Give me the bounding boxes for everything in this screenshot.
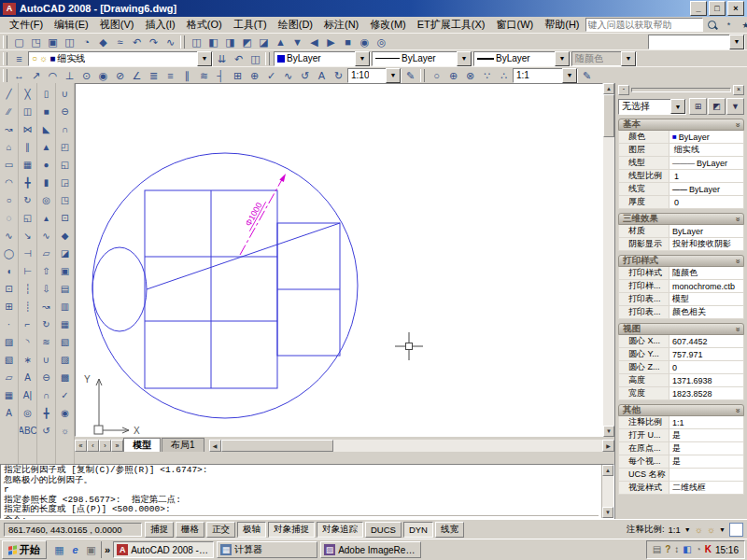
menu-item[interactable]: 编辑(E)	[49, 17, 94, 33]
task-calculator[interactable]: ▦ 计算器	[217, 541, 317, 558]
menu-item[interactable]: 帮助(H)	[539, 17, 585, 33]
shell-icon[interactable]: ▩	[57, 369, 74, 386]
annotation-scale-value[interactable]: 1:1	[669, 525, 681, 535]
tab-last-icon[interactable]: »	[111, 440, 123, 452]
property-row[interactable]: 打印表... 颜色相关	[618, 306, 744, 319]
plot-icon[interactable]: ◫	[62, 35, 78, 49]
front-view-icon[interactable]: ■	[340, 35, 356, 49]
stretch-icon[interactable]: ↘	[20, 227, 36, 245]
make-block-icon[interactable]: ⊞	[1, 298, 18, 315]
scroll-down-icon[interactable]: ▼	[602, 507, 613, 518]
extend-icon[interactable]: ⊢	[20, 262, 36, 280]
property-row[interactable]: 材质 ByLayer	[618, 225, 744, 238]
property-row[interactable]: 圆心 Z... 0	[618, 361, 744, 374]
copy-edges-icon[interactable]: ▤	[57, 280, 74, 298]
antivirus-tray-icon[interactable]: K	[705, 545, 712, 554]
menu-item[interactable]: 插入(I)	[139, 17, 180, 33]
quick-launch-more-icon[interactable]: »	[105, 544, 110, 555]
bottom-view-icon[interactable]: ▼	[289, 35, 305, 49]
match-properties-icon[interactable]: ≈	[112, 35, 128, 49]
toggle-ortho[interactable]: 正交	[206, 522, 235, 538]
network-tray-icon[interactable]: ◧	[683, 545, 691, 554]
collapse-tray-icon[interactable]: ↕	[674, 545, 679, 554]
layer-combo[interactable]: ○ ☼ ■ 细实线 ▼	[28, 51, 213, 66]
menu-item[interactable]: 绘图(D)	[273, 17, 318, 33]
delete-faces-icon[interactable]: ◳	[57, 191, 74, 209]
property-row[interactable]: 宽度 1823.8528	[618, 387, 744, 400]
named-view-combo[interactable]: ▼	[648, 35, 745, 49]
sweep-icon[interactable]: ↝	[38, 298, 55, 315]
sync-tray-icon[interactable]: ◔	[696, 545, 701, 554]
property-row[interactable]: 圆心 Y... 757.971	[618, 348, 744, 361]
close-button[interactable]: ×	[727, 1, 744, 16]
toggle-snap[interactable]: 捕捉	[145, 522, 174, 538]
make-object-layer-current-icon[interactable]: ⇊	[214, 51, 230, 66]
text-icon[interactable]: A	[20, 369, 36, 386]
drawing-canvas[interactable]: Φ1000 Y X	[75, 83, 603, 437]
center-mark-icon[interactable]: ⊕	[247, 68, 262, 83]
menu-item[interactable]: 视图(V)	[94, 17, 140, 33]
circle-icon[interactable]: ○	[1, 191, 18, 209]
quick-select-icon[interactable]: ▼	[726, 98, 744, 115]
wedge-icon[interactable]: ◣	[38, 120, 55, 138]
show-desktop-icon[interactable]: ▦	[52, 543, 66, 557]
property-row[interactable]: 打印样式 随颜色	[618, 267, 744, 280]
task-imageready[interactable]: ▨ Adobe ImageReady	[320, 541, 421, 558]
left-view-icon[interactable]: ◀	[306, 35, 322, 49]
color-faces-icon[interactable]: ▣	[57, 262, 74, 280]
toolbar-grip[interactable]	[420, 69, 425, 82]
property-row[interactable]: UCS 名称	[618, 469, 744, 482]
search-icon[interactable]	[705, 19, 720, 32]
scroll-right-icon[interactable]: ▶	[602, 440, 614, 452]
dim-ordinate-icon[interactable]: ⊥	[62, 68, 78, 83]
extrude-icon[interactable]: ⇧	[38, 262, 55, 280]
start-button[interactable]: 开始	[2, 540, 47, 559]
taper-faces-icon[interactable]: ◆	[57, 227, 74, 245]
gradient-icon[interactable]: ▧	[1, 351, 18, 369]
property-row[interactable]: 视觉样式 二维线框	[618, 482, 744, 495]
ellipse-icon[interactable]: ◯	[1, 245, 18, 262]
torus-icon[interactable]: ◎	[38, 191, 55, 209]
trim-icon[interactable]: ⊣	[20, 245, 36, 262]
toggle-grid[interactable]: 栅格	[176, 522, 204, 538]
command-window[interactable]: 指定比例因子或 [复制(C)/参照(R)] <1.6747>:忽略极小的比例因子…	[0, 464, 614, 519]
dim-continue-icon[interactable]: ∥	[179, 68, 195, 83]
offset-faces-icon[interactable]: ◲	[57, 174, 74, 191]
revision-cloud-icon[interactable]: ◌	[1, 209, 18, 227]
property-row[interactable]: 高度 1371.6938	[618, 374, 744, 387]
minimize-button[interactable]: _	[690, 1, 707, 16]
menu-item[interactable]: ET扩展工具(X)	[412, 17, 491, 33]
combo-arrow-icon[interactable]: ▼	[670, 99, 685, 114]
collapse-chevron-icon[interactable]: «	[732, 408, 741, 413]
cone-icon[interactable]: ▲	[38, 138, 55, 156]
add-annotation-scale-icon[interactable]: ⊕	[445, 68, 461, 83]
dim-style-icon[interactable]: ✎	[402, 68, 418, 83]
annotation-scale-combo[interactable]: 1:1 ▼	[513, 68, 578, 83]
color-edges-icon[interactable]: ▥	[57, 298, 74, 315]
select-objects-icon[interactable]: ◩	[708, 98, 726, 115]
property-row[interactable]: 颜色 ■ByLayer	[618, 131, 744, 144]
break-at-point-icon[interactable]: ┆	[20, 280, 36, 298]
rotate-faces-icon[interactable]: ⊡	[57, 209, 74, 227]
plot-preview-icon[interactable]: ◔	[78, 35, 94, 49]
tab-next-icon[interactable]: ›	[99, 440, 111, 452]
hatch-icon[interactable]: ▨	[1, 333, 18, 351]
combo-arrow-icon[interactable]: ▼	[197, 51, 212, 66]
toggle-polar[interactable]: 极轴	[237, 522, 266, 538]
scale-icon[interactable]: ◱	[20, 209, 36, 227]
loft-icon[interactable]: ≋	[38, 333, 55, 351]
collapse-chevron-icon[interactable]: «	[732, 259, 741, 263]
redo-icon[interactable]: ↷	[146, 35, 162, 49]
undo-icon[interactable]: ↶	[129, 35, 145, 49]
pyramid-icon[interactable]: ▴	[38, 209, 55, 227]
property-row[interactable]: 线型 ———ByLayer	[618, 157, 744, 170]
property-row[interactable]: 注释比例 1:1	[618, 416, 744, 429]
internet-explorer-icon[interactable]: e	[68, 543, 82, 557]
spell-check-icon[interactable]: ABC	[20, 422, 36, 440]
imprint-icon[interactable]: ▦	[57, 315, 74, 333]
dim-edit-icon[interactable]: ↺	[297, 68, 313, 83]
rotate-icon[interactable]: ↻	[20, 191, 36, 209]
scroll-up-icon[interactable]: ▲	[603, 83, 614, 94]
toggle-pickadd-icon[interactable]: ⊞	[689, 98, 707, 115]
polysolid-icon[interactable]: ▯	[38, 85, 55, 103]
